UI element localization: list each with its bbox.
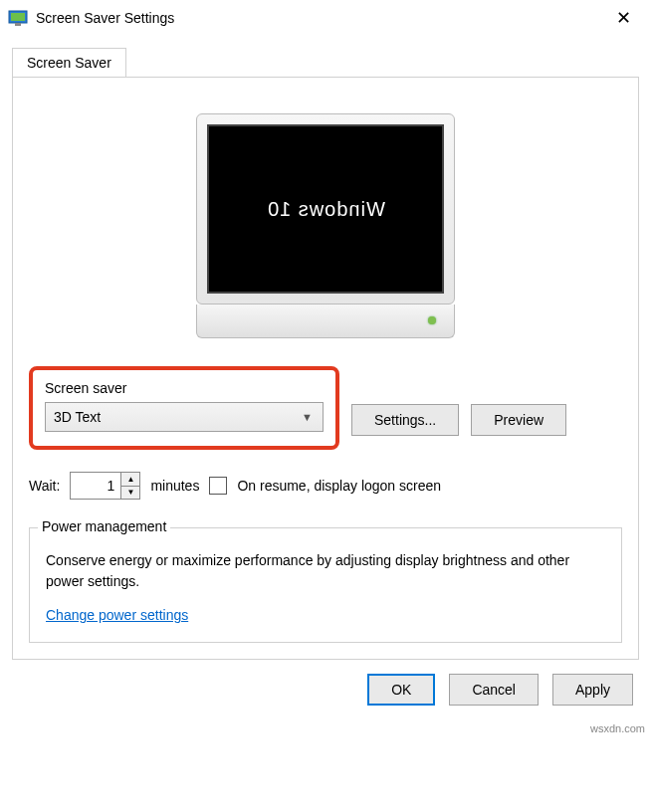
wait-spinner[interactable]: ▲ ▼ [70, 472, 140, 500]
resume-label: On resume, display logon screen [237, 478, 441, 494]
highlight-annotation: Screen saver 3D Text ▼ [29, 366, 339, 450]
window-title: Screen Saver Settings [36, 10, 603, 26]
wait-input[interactable] [71, 473, 120, 499]
app-icon [8, 8, 28, 28]
apply-button[interactable]: Apply [552, 674, 633, 706]
resume-checkbox[interactable] [209, 477, 227, 495]
screensaver-group-label: Screen saver [45, 380, 324, 396]
power-description: Conserve energy or maximize performance … [46, 550, 605, 592]
tab-content: Windows 10 Screen saver 3D Text ▼ Settin… [12, 77, 639, 660]
monitor-graphic: Windows 10 [196, 113, 455, 338]
power-management-group: Power management Conserve energy or maxi… [29, 527, 622, 643]
cancel-button[interactable]: Cancel [449, 674, 539, 706]
tab-bar: Screen Saver [0, 36, 651, 77]
preview-area: Windows 10 [29, 94, 622, 366]
preview-button[interactable]: Preview [471, 404, 566, 436]
screensaver-row: Screen saver 3D Text ▼ Settings... Previ… [29, 366, 622, 450]
settings-button[interactable]: Settings... [351, 404, 459, 436]
close-button[interactable]: ✕ [603, 7, 643, 29]
power-legend: Power management [38, 518, 170, 534]
screensaver-select[interactable]: 3D Text ▼ [45, 402, 324, 432]
svg-rect-1 [11, 13, 25, 21]
screensaver-selected: 3D Text [54, 409, 101, 425]
wait-row: Wait: ▲ ▼ minutes On resume, display log… [29, 472, 622, 500]
preview-screen: Windows 10 [207, 124, 444, 294]
ok-button[interactable]: OK [367, 674, 435, 706]
change-power-settings-link[interactable]: Change power settings [46, 607, 188, 623]
spinner-up-icon[interactable]: ▲ [121, 473, 139, 487]
preview-text: Windows 10 [267, 198, 385, 221]
chevron-down-icon: ▼ [302, 411, 313, 423]
tab-screen-saver[interactable]: Screen Saver [12, 48, 126, 77]
svg-rect-2 [15, 23, 21, 26]
spinner-down-icon[interactable]: ▼ [121, 487, 139, 500]
dialog-footer: OK Cancel Apply [0, 660, 651, 719]
wait-label: Wait: [29, 478, 60, 494]
wait-unit: minutes [150, 478, 199, 494]
titlebar: Screen Saver Settings ✕ [0, 0, 651, 36]
watermark: wsxdn.com [590, 722, 645, 734]
